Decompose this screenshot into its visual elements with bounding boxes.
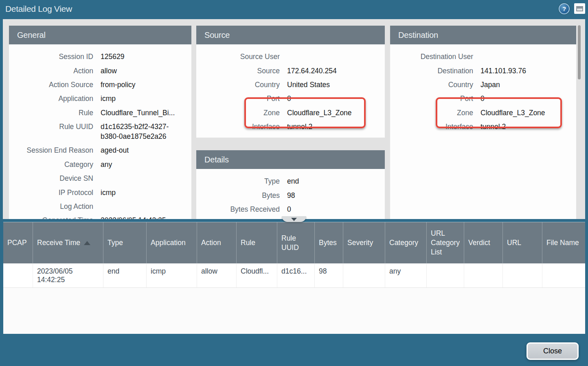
cell-url <box>503 263 542 287</box>
column-header-type[interactable]: Type <box>103 222 147 263</box>
column-header-pcap[interactable]: PCAP <box>3 222 33 263</box>
column-header-url[interactable]: URL <box>503 222 542 263</box>
field-value: Cloudflare_L3_Zone <box>480 108 576 118</box>
field-row: Actionallow <box>9 64 191 77</box>
field-row: CountryJapan <box>390 78 576 92</box>
field-label: Device SN <box>9 173 101 183</box>
title-bar: Detailed Log View ? <box>0 0 588 19</box>
dialog-title: Detailed Log View <box>5 4 72 14</box>
help-icon[interactable]: ? <box>559 3 570 14</box>
field-row: Interfacetunnel.2 <box>390 120 576 134</box>
field-label: Port <box>196 94 287 103</box>
cell-severity <box>343 263 385 287</box>
field-row: Source172.64.240.254 <box>196 64 385 77</box>
field-row: RuleCloudflare_Tunnel_Bi... <box>9 106 191 120</box>
field-row: Source User <box>196 50 385 64</box>
field-label: Source <box>196 66 287 76</box>
field-label: Country <box>196 80 287 90</box>
field-label: Action <box>9 66 101 76</box>
field-row: ZoneCloudflare_L3_Zone <box>390 106 576 120</box>
field-row: CountryUnited States <box>196 78 385 92</box>
field-row: Port0 <box>196 92 385 105</box>
log-table: PCAP Receive Time Type Application Actio… <box>3 222 585 334</box>
cell-category: any <box>385 263 427 287</box>
window-icon[interactable] <box>574 3 585 14</box>
column-header-severity[interactable]: Severity <box>343 222 385 263</box>
field-label: Port <box>390 94 480 103</box>
splitter-handle[interactable] <box>282 216 306 222</box>
cell-rule: Cloudfl... <box>237 263 277 287</box>
field-value: 125629 <box>101 52 191 61</box>
field-value: any <box>101 160 191 169</box>
field-label: Type <box>196 176 287 186</box>
column-header-verdict[interactable]: Verdict <box>464 222 503 263</box>
cell-verdict <box>464 263 503 287</box>
cell-application: icmp <box>147 263 197 287</box>
column-header-category[interactable]: Category <box>385 222 427 263</box>
field-label: Log Action <box>9 202 101 211</box>
field-label: Category <box>9 160 101 169</box>
field-row: Rule UUIDd1c16235-b2f2-4327-b380-0ae1875… <box>9 120 191 143</box>
field-label: Session End Reason <box>9 145 101 155</box>
cell-bytes: 98 <box>315 263 343 287</box>
destination-panel-title: Destination <box>390 26 576 44</box>
field-label: Generated Time <box>9 215 101 219</box>
field-row: Generated Time2023/06/05 14:42:25 <box>9 213 191 219</box>
field-row: Categoryany <box>9 158 191 171</box>
field-row: Log Action <box>9 199 191 213</box>
column-header-rule[interactable]: Rule <box>237 222 277 263</box>
field-value: 141.101.93.76 <box>480 66 576 76</box>
field-label: Interface <box>196 122 287 131</box>
column-header-url-category-list[interactable]: URL Category List <box>427 222 464 263</box>
close-button[interactable]: Close <box>527 342 579 360</box>
details-panel-title: Details <box>196 150 385 169</box>
cell-file-name <box>542 263 585 287</box>
general-panel: General Session ID125629 Actionallow Act… <box>9 26 191 219</box>
field-label: Destination <box>390 66 480 76</box>
field-value: from-policy <box>101 80 191 90</box>
column-header-application[interactable]: Application <box>147 222 197 263</box>
field-row: ZoneCloudflare_L3_Zone <box>196 106 385 120</box>
field-value: 172.64.240.254 <box>287 66 385 76</box>
sort-ascending-icon <box>84 241 90 245</box>
scrollbar-thumb[interactable] <box>578 25 581 79</box>
field-value: Cloudflare_L3_Zone <box>287 108 385 118</box>
table-row[interactable]: 2023/06/05 14:42:25 end icmp allow Cloud… <box>3 263 585 288</box>
log-table-header: PCAP Receive Time Type Application Actio… <box>3 222 585 263</box>
field-row: Session ID125629 <box>9 50 191 64</box>
field-row: Session End Reasonaged-out <box>9 143 191 157</box>
column-header-bytes[interactable]: Bytes <box>315 222 343 263</box>
column-header-action[interactable]: Action <box>197 222 237 263</box>
details-panel: Details Typeend Bytes98 Bytes Received0 <box>196 150 385 219</box>
field-label: IP Protocol <box>9 188 101 197</box>
field-value: aged-out <box>101 145 191 155</box>
field-row: Action Sourcefrom-policy <box>9 78 191 92</box>
cell-pcap <box>3 263 33 287</box>
destination-panel: Destination Destination User Destination… <box>390 26 576 219</box>
column-header-receive-time[interactable]: Receive Time <box>33 222 103 263</box>
field-row: Device SN <box>9 171 191 185</box>
field-row: Destination User <box>390 50 576 64</box>
field-value: d1c16235-b2f2-4327-b380-0ae1875e2a26 <box>101 122 191 141</box>
field-value: allow <box>101 66 191 76</box>
field-label: Action Source <box>9 80 101 90</box>
field-value: tunnel.2 <box>480 122 576 131</box>
field-row: Destination141.101.93.76 <box>390 64 576 77</box>
cell-type: end <box>103 263 147 287</box>
field-row: Interfacetunnel.2 <box>196 120 385 134</box>
field-label: Zone <box>196 108 287 118</box>
field-row: IP Protocolicmp <box>9 185 191 199</box>
field-label: Interface <box>390 122 480 131</box>
field-value: 0 <box>480 94 576 103</box>
column-header-rule-uuid[interactable]: Rule UUID <box>277 222 315 263</box>
field-value: 98 <box>287 191 385 200</box>
detailed-log-view-dialog: Detailed Log View ? General Session ID12… <box>0 0 588 366</box>
field-value: 0 <box>287 94 385 103</box>
general-panel-title: General <box>9 26 191 44</box>
column-header-file-name[interactable]: File Name <box>542 222 585 263</box>
field-label: Bytes Received <box>196 204 287 214</box>
field-value: end <box>287 176 385 186</box>
cell-rule-uuid: d1c16... <box>277 263 315 287</box>
field-value: Japan <box>480 80 576 90</box>
field-row: Bytes98 <box>196 188 385 202</box>
